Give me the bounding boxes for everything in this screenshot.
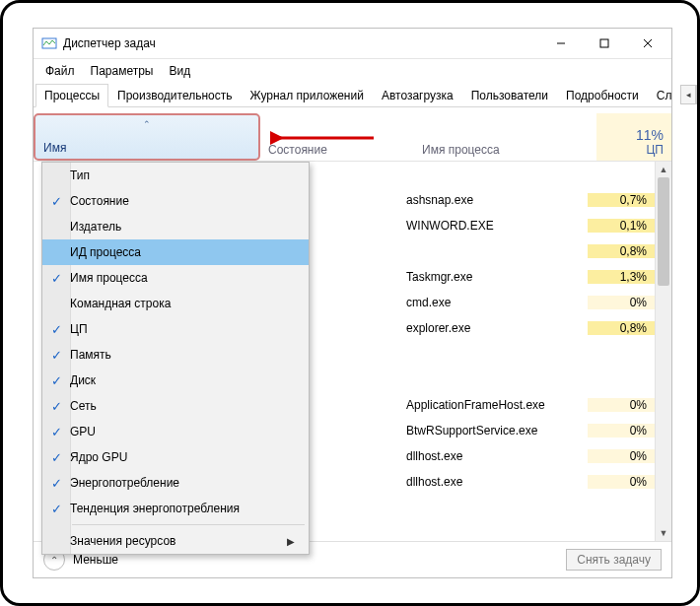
cell-process-name: BtwRSupportService.exe — [398, 424, 588, 438]
scroll-down-button[interactable]: ▼ — [656, 525, 671, 541]
tab-app-history[interactable]: Журнал приложений — [242, 84, 373, 107]
menu-separator — [72, 524, 305, 525]
tab-scroll-right[interactable]: ▸ — [696, 85, 700, 104]
tab-scroll-left[interactable]: ◂ — [680, 85, 696, 104]
check-icon: ✓ — [42, 271, 70, 286]
cm-item-disk[interactable]: ✓ Диск — [42, 368, 309, 393]
tab-users[interactable]: Пользователи — [462, 84, 557, 107]
cm-item-gpu[interactable]: ✓ GPU — [42, 419, 309, 444]
process-list: Тип ✓ Состояние Издатель ИД процесса — [34, 162, 671, 541]
cm-item-gpu-engine[interactable]: ✓ Ядро GPU — [42, 444, 309, 470]
cell-process-name: WINWORD.EXE — [398, 219, 588, 233]
cell-cpu: 0% — [588, 449, 655, 463]
cell-process-name: ashsnap.exe — [398, 193, 588, 207]
menu-file[interactable]: Файл — [39, 61, 81, 81]
cell-cpu: 0,1% — [588, 219, 655, 233]
fewer-details-label: Меньше — [73, 553, 118, 567]
scroll-thumb[interactable] — [658, 177, 669, 286]
cell-process-name: ApplicationFrameHost.exe — [398, 398, 588, 412]
check-icon: ✓ — [42, 373, 70, 388]
cm-item-resource-values[interactable]: Значения ресурсов ▶ — [42, 528, 309, 554]
check-icon: ✓ — [42, 476, 70, 491]
cm-item-publisher[interactable]: Издатель — [42, 214, 309, 239]
tab-details[interactable]: Подробности — [557, 84, 648, 107]
cell-cpu: 0,8% — [588, 321, 655, 335]
cm-item-pid[interactable]: ИД процесса — [42, 239, 309, 265]
column-name[interactable]: ⌃ Имя — [34, 113, 260, 161]
check-icon: ✓ — [42, 502, 70, 516]
task-manager-window: Диспетчер задач Файл Параметры Вид Проце… — [33, 28, 672, 578]
tab-processes[interactable]: Процессы — [35, 84, 108, 107]
cm-item-process-name[interactable]: ✓ Имя процесса — [42, 265, 309, 291]
check-icon: ✓ — [42, 348, 70, 363]
maximize-button[interactable] — [583, 30, 626, 57]
end-task-button[interactable]: Снять задачу — [566, 549, 662, 571]
vertical-scrollbar[interactable]: ▲ ▼ — [655, 162, 671, 541]
cell-process-name: dllhost.exe — [398, 475, 588, 489]
check-icon: ✓ — [42, 194, 70, 209]
menu-options[interactable]: Параметры — [85, 61, 160, 81]
column-cpu[interactable]: 11% ЦП — [596, 113, 671, 161]
menu-view[interactable]: Вид — [163, 61, 196, 81]
cm-item-state[interactable]: ✓ Состояние — [42, 188, 309, 214]
cell-cpu: 0,8% — [588, 244, 655, 258]
cm-item-type[interactable]: Тип — [42, 163, 309, 188]
cell-cpu: 1,3% — [588, 270, 655, 284]
check-icon: ✓ — [42, 425, 70, 439]
menubar: Файл Параметры Вид — [34, 59, 671, 83]
cell-process-name: explorer.exe — [398, 321, 588, 335]
column-process-name[interactable]: Имя процесса — [414, 113, 596, 161]
tab-startup[interactable]: Автозагрузка — [373, 84, 462, 107]
cell-cpu: 0% — [588, 296, 655, 309]
tab-services[interactable]: Сл — [648, 84, 681, 107]
scroll-up-button[interactable]: ▲ — [656, 162, 671, 177]
svg-rect-2 — [600, 39, 608, 47]
submenu-arrow-icon: ▶ — [287, 536, 295, 547]
check-icon: ✓ — [42, 399, 70, 414]
cell-cpu: 0% — [588, 475, 655, 489]
scroll-track[interactable] — [656, 177, 671, 525]
cm-item-cpu[interactable]: ✓ ЦП — [42, 316, 309, 342]
tabs: Процессы Производительность Журнал прило… — [34, 83, 671, 107]
cm-item-command-line[interactable]: Командная строка — [42, 291, 309, 316]
cell-process-name: Taskmgr.exe — [398, 270, 588, 284]
window-title: Диспетчер задач — [63, 36, 156, 50]
close-button[interactable] — [626, 30, 669, 57]
column-state[interactable]: Состояние — [260, 113, 414, 161]
cell-process-name: dllhost.exe — [398, 449, 588, 463]
chevron-up-icon: ⌃ — [50, 555, 58, 566]
check-icon: ✓ — [42, 322, 70, 337]
cm-item-power-usage[interactable]: ✓ Энергопотребление — [42, 470, 309, 496]
cell-cpu: 0,7% — [588, 193, 655, 207]
check-icon: ✓ — [42, 450, 70, 465]
cell-process-name: cmd.exe — [398, 296, 588, 309]
tab-performance[interactable]: Производительность — [108, 84, 241, 107]
cell-cpu: 0% — [588, 424, 655, 438]
column-headers: ⌃ Имя Состояние Имя процесса 11% ЦП — [34, 113, 671, 162]
cm-item-network[interactable]: ✓ Сеть — [42, 393, 309, 419]
sort-indicator-icon: ⌃ — [143, 119, 151, 129]
minimize-button[interactable] — [539, 30, 583, 57]
cpu-total: 11% — [636, 127, 664, 143]
cell-cpu: 0% — [588, 398, 655, 412]
cm-item-power-trend[interactable]: ✓ Тенденция энергопотребления — [42, 496, 309, 521]
column-context-menu: Тип ✓ Состояние Издатель ИД процесса — [41, 162, 310, 555]
app-icon — [41, 35, 57, 51]
column-name-label: Имя — [43, 141, 250, 155]
titlebar: Диспетчер задач — [34, 29, 671, 59]
cm-item-memory[interactable]: ✓ Память — [42, 342, 309, 368]
